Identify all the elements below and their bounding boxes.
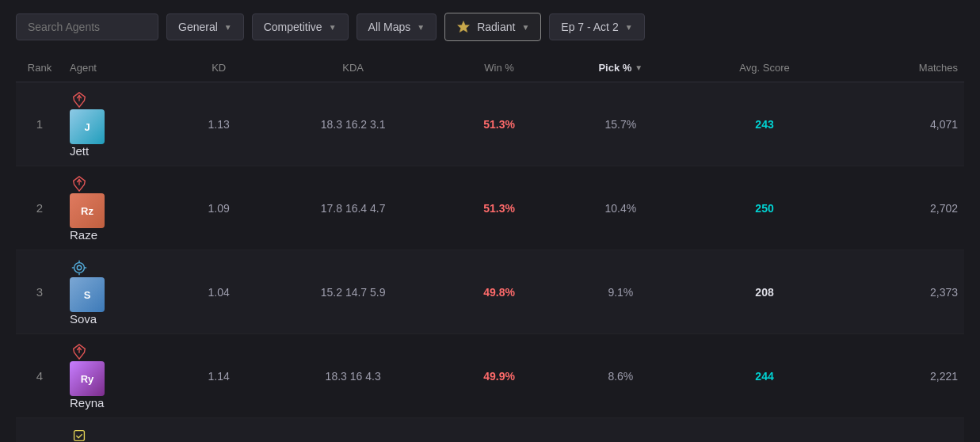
win-pct-cell: 49.8% — [446, 250, 552, 334]
svg-marker-0 — [458, 21, 470, 32]
episode-filter-label: Ep 7 - Act 2 — [561, 21, 618, 33]
agent-cell: K Killjoy — [63, 418, 177, 443]
rank-cell: 5 — [16, 418, 63, 443]
role-icon — [70, 342, 89, 361]
rank-cell: 2 — [16, 166, 63, 250]
win-pct-cell: 49.9% — [446, 334, 552, 418]
win-pct-cell: 51.3% — [446, 166, 552, 250]
matches-cell: 2,373 — [840, 250, 964, 334]
matches-cell: 2,124 — [840, 418, 964, 443]
table-header-row: Rank Agent KD KDA Win % Pick % ▼ — [16, 54, 964, 82]
kd-cell: 1.1 — [177, 418, 260, 443]
kd-cell: 1.13 — [177, 82, 260, 166]
svg-point-3 — [74, 263, 85, 273]
episode-filter-btn[interactable]: Ep 7 - Act 2 ▼ — [549, 13, 644, 40]
pick-pct-cell: 10.4% — [552, 166, 689, 250]
kda-cell: 15.2 14.7 5.9 — [260, 250, 446, 334]
episode-chevron-icon: ▼ — [625, 23, 633, 32]
rank-cell: 4 — [16, 334, 63, 418]
win-pct-cell: 51.3% — [446, 82, 552, 166]
col-avg-score: Avg. Score — [689, 54, 841, 82]
agent-cell: Rz Raze — [63, 166, 177, 250]
pick-pct-cell: 8.2% — [552, 418, 689, 443]
col-pick-pct[interactable]: Pick % ▼ — [552, 54, 689, 82]
agent-cell: S Sova — [63, 250, 177, 334]
rank-cell: 1 — [16, 82, 63, 166]
general-filter-label: General — [178, 21, 218, 33]
table-row: 5 K Killjoy 1.1 16.3 14.8 3.1 51.7% 8.2%… — [16, 418, 964, 443]
kda-cell: 18.3 16.2 3.1 — [260, 82, 446, 166]
agent-name: Reyna — [70, 396, 104, 410]
win-pct-cell: 51.7% — [446, 418, 552, 443]
pick-pct-cell: 9.1% — [552, 250, 689, 334]
kda-cell: 18.3 16 4.3 — [260, 334, 446, 418]
role-icon — [70, 174, 89, 193]
agent-avatar: Ry — [70, 361, 105, 396]
avg-score-cell: 244 — [689, 334, 841, 418]
avg-score-cell: 250 — [689, 166, 841, 250]
avg-score-cell: 216 — [689, 418, 841, 443]
rank-cell: 3 — [16, 250, 63, 334]
agent-name: Raze — [70, 228, 97, 242]
role-icon — [70, 426, 89, 442]
kda-cell: 17.8 16.4 4.7 — [260, 166, 446, 250]
col-agent: Agent — [63, 54, 177, 82]
kd-cell: 1.09 — [177, 166, 260, 250]
competitive-chevron-icon: ▼ — [329, 23, 337, 32]
search-input[interactable] — [16, 13, 158, 40]
pick-pct-cell: 15.7% — [552, 82, 689, 166]
rank-filter-label: Radiant — [477, 21, 515, 33]
avg-score-cell: 243 — [689, 82, 841, 166]
competitive-filter-label: Competitive — [264, 21, 322, 33]
maps-filter-btn[interactable]: All Maps ▼ — [357, 13, 437, 40]
agent-avatar: Rz — [70, 193, 105, 228]
col-rank: Rank — [16, 54, 63, 82]
pick-pct-cell: 8.6% — [552, 334, 689, 418]
table-row: 2 Rz Raze 1.09 17.8 16.4 4.7 51.3% 10.4%… — [16, 166, 964, 250]
rank-chevron-icon: ▼ — [521, 23, 529, 32]
matches-cell: 4,071 — [840, 82, 964, 166]
table-row: 1 J Jett 1.13 18.3 16.2 3.1 51.3% 15.7% … — [16, 82, 964, 166]
matches-cell: 2,221 — [840, 334, 964, 418]
maps-filter-label: All Maps — [368, 21, 411, 33]
agents-table-container: Rank Agent KD KDA Win % Pick % ▼ — [0, 54, 980, 442]
kd-cell: 1.04 — [177, 250, 260, 334]
kd-cell: 1.14 — [177, 334, 260, 418]
agent-avatar: S — [70, 277, 105, 312]
rank-filter-btn[interactable]: Radiant ▼ — [444, 13, 541, 41]
matches-cell: 2,702 — [840, 166, 964, 250]
general-filter-btn[interactable]: General ▼ — [166, 13, 244, 40]
col-win-pct: Win % — [446, 54, 552, 82]
pick-sort-icon: ▼ — [635, 63, 643, 72]
general-chevron-icon: ▼ — [224, 23, 232, 32]
table-row: 3 S Sova 1.04 15.2 14.7 5.9 49.8% 9.1% 2… — [16, 250, 964, 334]
svg-rect-10 — [74, 431, 85, 441]
agent-cell: J Jett — [63, 82, 177, 166]
col-matches: Matches — [840, 54, 964, 82]
table-row: 4 Ry Reyna 1.14 18.3 16 4.3 49.9% 8.6% 2… — [16, 334, 964, 418]
agent-name: Jett — [70, 144, 89, 158]
agent-avatar: J — [70, 109, 105, 144]
competitive-filter-btn[interactable]: Competitive ▼ — [252, 13, 349, 40]
avg-score-cell: 208 — [689, 250, 841, 334]
radiant-rank-icon — [456, 20, 471, 34]
maps-chevron-icon: ▼ — [417, 23, 425, 32]
agents-table: Rank Agent KD KDA Win % Pick % ▼ — [16, 54, 964, 442]
col-kda: KDA — [260, 54, 446, 82]
role-icon — [70, 90, 89, 109]
top-bar: General ▼ Competitive ▼ All Maps ▼ Radia… — [0, 0, 980, 54]
svg-point-4 — [77, 265, 82, 270]
kda-cell: 16.3 14.8 3.1 — [260, 418, 446, 443]
agent-name: Sova — [70, 312, 97, 326]
agent-cell: Ry Reyna — [63, 334, 177, 418]
role-icon — [70, 258, 89, 277]
col-kd: KD — [177, 54, 260, 82]
